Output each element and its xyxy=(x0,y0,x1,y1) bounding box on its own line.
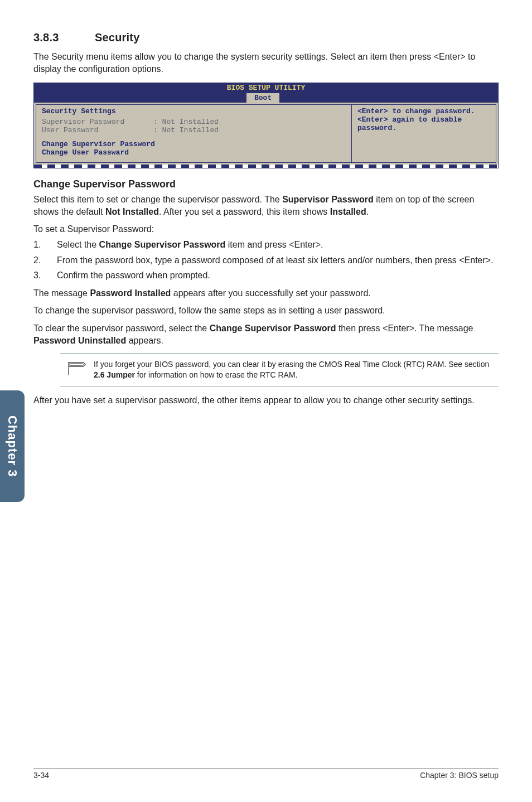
bios-body: Security Settings Supervisor Password : … xyxy=(34,103,498,165)
bios-link-change-supervisor: Change Supervisor Password xyxy=(42,140,346,148)
bios-titlebar: BIOS SETUP UTILITY xyxy=(34,83,498,93)
list-item: 2. From the password box, type a passwor… xyxy=(33,254,499,267)
paragraph: To change the supervisor password, follo… xyxy=(33,305,499,317)
section-heading: 3.8.3Security xyxy=(33,31,499,44)
list-item: 3. Confirm the password when prompted. xyxy=(33,269,499,282)
bios-tab-boot: Boot xyxy=(246,93,280,103)
bios-tab-row: Boot xyxy=(34,93,498,103)
chapter-side-tab: Chapter 3 xyxy=(0,390,25,502)
bios-row-value: : Not Installed xyxy=(153,126,219,134)
footer-chapter: Chapter 3: BIOS setup xyxy=(420,771,499,780)
paragraph: The message Password Installed appears a… xyxy=(33,287,499,299)
bios-row-label: User Password xyxy=(42,126,153,134)
page-footer: 3-34 Chapter 3: BIOS setup xyxy=(33,768,499,780)
paragraph: To clear the supervisor password, select… xyxy=(33,322,499,346)
section-number: 3.8.3 xyxy=(33,31,95,44)
paragraph: Select this item to set or change the su… xyxy=(33,194,499,218)
chapter-side-tab-label: Chapter 3 xyxy=(5,416,20,477)
page-number: 3-34 xyxy=(33,771,49,780)
bios-screenshot: BIOS SETUP UTILITY Boot Security Setting… xyxy=(33,83,499,168)
bios-row-label: Supervisor Password xyxy=(42,118,153,126)
paragraph: To set a Supervisor Password: xyxy=(33,223,499,235)
section-title: Security xyxy=(95,31,140,44)
bios-row-value: : Not Installed xyxy=(153,118,219,126)
intro-paragraph: The Security menu items allow you to cha… xyxy=(33,51,499,75)
list-item: 1. Select the Change Supervisor Password… xyxy=(33,239,499,251)
bios-link-change-user: Change User Passward xyxy=(42,148,346,157)
bios-help-text: <Enter> to change password. <Enter> agai… xyxy=(357,107,490,132)
note-text: If you forget your BIOS password, you ca… xyxy=(94,359,495,380)
bios-panel-heading: Security Settings xyxy=(42,107,346,115)
bios-help-pane: <Enter> to change password. <Enter> agai… xyxy=(351,104,496,163)
subheading-change-supervisor: Change Supervisor Password xyxy=(33,178,499,190)
note-callout: If you forget your BIOS password, you ca… xyxy=(60,353,499,386)
bios-row-user: User Password : Not Installed xyxy=(42,126,346,134)
bios-row-supervisor: Supervisor Password : Not Installed xyxy=(42,118,346,126)
bios-torn-edge xyxy=(34,165,498,168)
paragraph: After you have set a supervisor password… xyxy=(33,394,499,407)
pencil-icon xyxy=(60,359,94,377)
bios-left-pane: Security Settings Supervisor Password : … xyxy=(36,104,351,163)
steps-list: 1. Select the Change Supervisor Password… xyxy=(33,239,499,282)
